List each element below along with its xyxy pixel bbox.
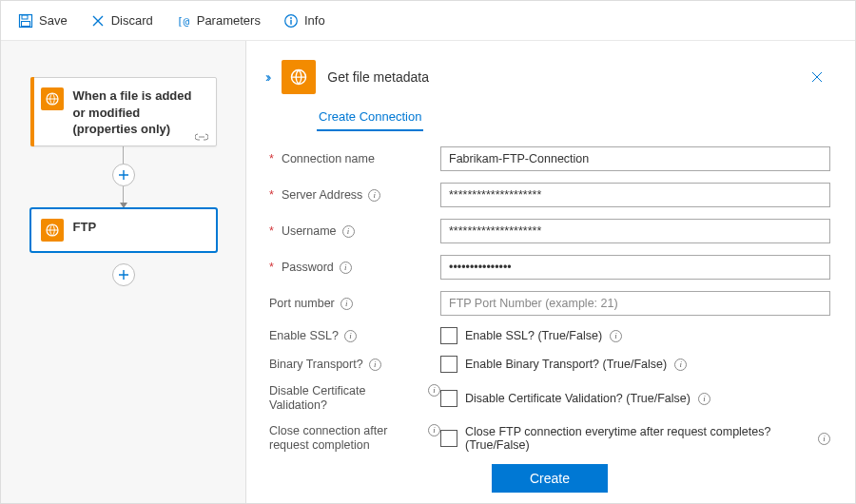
info-label: Info xyxy=(304,13,325,28)
trigger-title: When a file is added or modified (proper… xyxy=(73,87,206,138)
svg-text:[@]: [@] xyxy=(177,15,191,28)
add-step-button[interactable] xyxy=(112,164,135,186)
create-button[interactable]: Create xyxy=(492,464,608,493)
ftp-icon xyxy=(41,219,64,242)
cert-checkbox[interactable] xyxy=(440,390,457,407)
close-cb-label: Close FTP connection everytime after req… xyxy=(465,425,810,452)
add-step-button[interactable] xyxy=(112,263,135,286)
label-ssl: Enable SSL? xyxy=(269,329,339,343)
ssl-checkbox[interactable] xyxy=(440,327,457,344)
info-icon[interactable]: i xyxy=(698,393,710,405)
info-icon[interactable]: i xyxy=(340,262,352,274)
discard-button[interactable]: Discard xyxy=(81,8,163,34)
server-address-input[interactable] xyxy=(440,183,830,207)
discard-icon xyxy=(90,13,106,29)
info-icon[interactable]: i xyxy=(428,424,440,436)
port-input[interactable] xyxy=(440,291,830,316)
connection-name-input[interactable] xyxy=(440,146,830,171)
label-cert: Disable Certificate Validation? xyxy=(269,384,422,413)
label-port: Port number xyxy=(269,297,335,311)
trigger-card[interactable]: When a file is added or modified (proper… xyxy=(30,77,217,146)
connector-line xyxy=(123,146,124,164)
close-button[interactable] xyxy=(804,66,830,88)
label-close: Close connection after request completio… xyxy=(269,424,422,453)
info-icon[interactable]: i xyxy=(344,330,357,342)
binary-checkbox[interactable] xyxy=(440,356,457,373)
parameters-button[interactable]: [@] Parameters xyxy=(166,8,270,34)
save-icon xyxy=(18,13,33,29)
save-label: Save xyxy=(39,13,68,28)
main: When a file is added or modified (proper… xyxy=(1,41,855,504)
svg-point-5 xyxy=(290,17,292,19)
parameters-icon: [@] xyxy=(176,13,191,29)
required-icon: * xyxy=(269,261,274,275)
svg-rect-6 xyxy=(290,19,291,24)
required-icon: * xyxy=(269,152,274,166)
info-icon[interactable]: i xyxy=(428,384,440,397)
discard-label: Discard xyxy=(111,13,153,28)
info-icon[interactable]: i xyxy=(818,433,830,445)
label-binary: Binary Transport? xyxy=(269,358,363,372)
required-icon: * xyxy=(269,188,274,203)
designer-canvas: When a file is added or modified (proper… xyxy=(1,41,246,504)
link-icon xyxy=(195,132,208,142)
info-icon[interactable]: i xyxy=(610,330,622,342)
save-button[interactable]: Save xyxy=(9,8,77,34)
info-icon[interactable]: i xyxy=(340,298,353,310)
ssl-cb-label: Enable SSL? (True/False) xyxy=(465,329,602,342)
label-username: Username xyxy=(282,224,337,239)
collapse-button[interactable]: ›› xyxy=(265,69,268,85)
svg-rect-1 xyxy=(22,15,28,19)
panel-title: Get file metadata xyxy=(327,69,792,85)
action-card-ftp[interactable]: FTP xyxy=(30,208,217,252)
ftp-icon xyxy=(282,60,316,94)
password-input[interactable] xyxy=(440,255,830,280)
ftp-icon xyxy=(41,87,64,110)
svg-rect-2 xyxy=(22,21,30,26)
info-button[interactable]: Info xyxy=(274,8,335,34)
info-icon[interactable]: i xyxy=(368,189,380,202)
label-connection-name: Connection name xyxy=(282,152,375,166)
username-input[interactable] xyxy=(440,219,830,243)
label-server-address: Server Address xyxy=(282,188,362,203)
arrow-down-icon xyxy=(120,203,127,208)
label-password: Password xyxy=(282,261,334,275)
config-panel: ›› Get file metadata Create Connection *… xyxy=(246,41,855,504)
parameters-label: Parameters xyxy=(197,13,261,28)
connector-line xyxy=(123,186,124,204)
info-icon[interactable]: i xyxy=(342,225,355,238)
close-checkbox[interactable] xyxy=(440,430,457,447)
info-icon[interactable]: i xyxy=(369,359,381,371)
info-icon[interactable]: i xyxy=(674,359,687,371)
toolbar: Save Discard [@] Parameters Info xyxy=(1,1,855,41)
action-title: FTP xyxy=(73,219,97,242)
cert-cb-label: Disable Certificate Validation? (True/Fa… xyxy=(465,392,691,405)
info-icon xyxy=(283,13,299,29)
binary-cb-label: Enable Binary Transport? (True/False) xyxy=(465,358,667,371)
tab-create-connection[interactable]: Create Connection xyxy=(317,104,423,131)
required-icon: * xyxy=(269,224,274,239)
